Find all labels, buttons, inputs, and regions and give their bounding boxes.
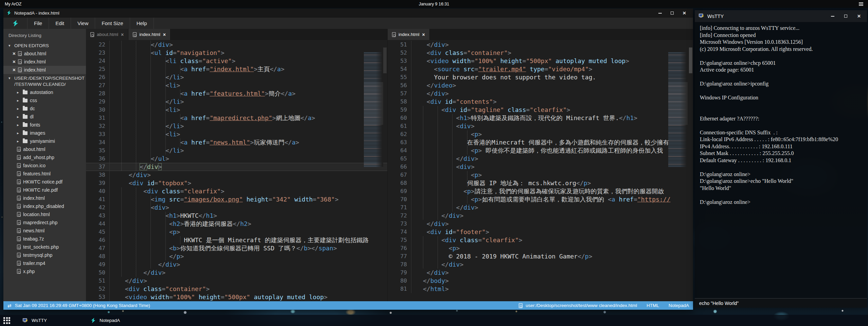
open-editor-item[interactable]: ×about.html	[3, 50, 86, 58]
code-line[interactable]: 47 <b>你知道我們全線伺服器已轉用 SSD 了嗎？</b></span>	[86, 244, 387, 252]
code-line[interactable]: 48 </p>	[86, 252, 387, 261]
sidebar-file-item[interactable]: mapredirect.php	[3, 218, 86, 227]
menu-help[interactable]: Help	[130, 18, 154, 29]
hamburger-menu-icon[interactable]	[859, 2, 863, 6]
minimap-slider[interactable]	[668, 82, 688, 125]
minimize-button[interactable]	[830, 14, 835, 18]
code-line[interactable]: 26 </li>	[86, 73, 387, 81]
open-editors-section[interactable]: ▾OPEN EDITORS	[3, 41, 86, 50]
sidebar-file-item[interactable]: index.html	[3, 194, 86, 202]
statusbar-language[interactable]: HTML	[646, 303, 659, 308]
close-icon[interactable]: ×	[422, 32, 425, 37]
code-line[interactable]: 60 <h1>特別為建築及鐵路而設，現代化的 Minecraft 世界.</h1…	[388, 114, 693, 122]
menu-font-size[interactable]: Font Size	[95, 18, 129, 29]
code-line[interactable]: 59 <div id="tagline" class="clearfix">	[388, 106, 693, 114]
code-line[interactable]: 68 伺服器 IP 地址為： mcs.hkwtc.org</p>	[388, 179, 693, 187]
maximize-button[interactable]	[670, 11, 674, 15]
code-editor[interactable]: 22 </div>23 <ul id="navigation">24 <li c…	[86, 40, 387, 301]
minimap[interactable]	[668, 52, 688, 167]
sidebar-folder-item[interactable]: ▸css	[3, 96, 86, 104]
code-line[interactable]: 46 HKWTC 是一個 Minecraft 的建築伺服器，主要建築計劃包括鐵路	[86, 236, 387, 244]
code-line[interactable]: 28 <a href="features.html">簡介</a>	[86, 90, 387, 98]
code-line[interactable]: 69 <p>請注意，我們的伺服器為確保玩家及遊玩時的質素，我們對的服器開啟	[388, 187, 693, 195]
code-line[interactable]: 23 <ul id="navigation">	[86, 49, 387, 57]
code-line[interactable]: 65 </div>	[388, 155, 693, 163]
notepada-titlebar[interactable]: NotepadA - index.html ×	[3, 8, 693, 18]
code-line[interactable]: 63 在香港的Minecraft 伺服器中，多為小遊戲和純生存的伺服器，較少擁有	[388, 138, 693, 147]
code-line[interactable]: 66 <div>	[388, 163, 693, 171]
code-line[interactable]: 41 <img src="images/box.png" height="342…	[86, 195, 387, 204]
terminal-input[interactable]: echo "Hello World"	[695, 298, 867, 308]
code-line[interactable]: 62 <p>	[388, 130, 693, 138]
code-line[interactable]: 77 © 2018 - 2019 HKWTC Animation Gamer</…	[388, 252, 693, 261]
sidebar-file-item[interactable]: about.html	[3, 145, 86, 153]
code-editor[interactable]: 51 </div>52 <div class="container">53 <v…	[388, 40, 693, 301]
sidebar-file-item[interactable]: location.html	[3, 210, 86, 218]
tab-index.html[interactable]: index.html×	[388, 29, 430, 40]
directory-root[interactable]: ▾USER:/DESKTOP/SCREENSHOT /TEST/WWW CLEA…	[3, 74, 86, 88]
code-line[interactable]: 33 <li>	[86, 130, 387, 138]
sidebar-folder-item[interactable]: ▸yamiyamimi	[3, 137, 86, 145]
sidebar-file-item[interactable]: trailer.mp4	[3, 259, 86, 267]
code-line[interactable]: 36 </ul>	[86, 155, 387, 163]
code-line[interactable]: 39 <div id="topbox">	[86, 179, 387, 187]
app-grid-icon[interactable]	[3, 317, 10, 324]
code-line[interactable]: 42 <div>	[86, 204, 387, 212]
code-line[interactable]: 58 <div id="contents">	[388, 98, 693, 106]
code-line[interactable]: 52 <div class="container">	[388, 49, 693, 57]
sidebar-folder-item[interactable]: ▸autostation	[3, 88, 86, 96]
code-line[interactable]: 80</body>	[388, 277, 693, 285]
code-line[interactable]: 40 <div class="clearfix">	[86, 187, 387, 195]
open-editor-item[interactable]: ×index.html	[3, 58, 86, 66]
code-line[interactable]: 54 <source src="trailer.mp4" type="video…	[388, 65, 693, 73]
minimize-button[interactable]	[658, 11, 662, 15]
code-line[interactable]: 74 <div id="footer">	[388, 228, 693, 236]
sidebar-folder-item[interactable]: ▸images	[3, 129, 86, 137]
sidebar-file-item[interactable]: HKWTC notice.pdf	[3, 178, 86, 186]
close-button[interactable]: ×	[682, 11, 687, 15]
scrollbar-thumb[interactable]	[689, 47, 692, 73]
sidebar-file-item[interactable]: HKWTC rule.pdf	[3, 186, 86, 194]
maximize-button[interactable]	[844, 14, 848, 18]
code-line[interactable]: 35 </li>	[86, 147, 387, 155]
sidebar-file-item[interactable]: features.html	[3, 170, 86, 178]
code-line[interactable]: 24 <li class="active">	[86, 57, 387, 65]
sidebar-folder-item[interactable]: ▸dc	[3, 104, 86, 113]
code-line[interactable]: 55 Your browser does not support the vid…	[388, 73, 693, 81]
terminal-output[interactable]: [info] Conencting to arozos WsTTY servic…	[695, 22, 867, 298]
code-line[interactable]: 76 <p>	[388, 244, 693, 252]
close-icon[interactable]: ×	[163, 32, 166, 37]
close-icon[interactable]: ×	[13, 51, 16, 56]
code-line[interactable]: 53 <video width="100%" height="500px" au…	[86, 293, 387, 301]
code-line[interactable]: 81</html>	[388, 285, 693, 293]
scrollbar-thumb[interactable]	[383, 47, 387, 73]
code-line[interactable]: 43 <h1>HKWTC</h1>	[86, 212, 387, 220]
aroz-start-menu[interactable]: My ArOZ	[5, 2, 21, 6]
sidebar-file-item[interactable]: favicon.ico	[3, 161, 86, 170]
code-line[interactable]: 61 <div>	[388, 122, 693, 130]
code-line[interactable]: 25 <a href="index.html">主頁</a>	[86, 65, 387, 73]
sidebar-file-item[interactable]: x.php	[3, 267, 86, 275]
close-icon[interactable]: ×	[13, 68, 16, 72]
code-line[interactable]: 22 </div>	[86, 41, 387, 49]
code-line[interactable]: 30 <li>	[86, 106, 387, 114]
sidebar-file-item[interactable]: news.html	[3, 227, 86, 235]
code-line[interactable]: 49 </div>	[86, 261, 387, 269]
code-line[interactable]: 31 <a href="mapredirect.php">網上地圖</a>	[86, 114, 387, 122]
code-line[interactable]: 56 </video>	[388, 81, 693, 90]
code-line[interactable]: 27 <li>	[86, 81, 387, 90]
code-line[interactable]: 51 </div>	[388, 41, 693, 49]
code-line[interactable]: 45 <p>	[86, 228, 387, 236]
code-line[interactable]: 50 </div>	[86, 269, 387, 277]
taskbar-item-notepada[interactable]: NotepadA	[90, 318, 158, 323]
code-line[interactable]: 52 <div class="container">	[86, 285, 387, 293]
close-icon[interactable]: ×	[13, 59, 16, 64]
code-line[interactable]: 51 </div>	[86, 277, 387, 285]
tab-about.html[interactable]: about.html×	[86, 29, 128, 40]
code-line[interactable]: 29 </li>	[86, 98, 387, 106]
code-line[interactable]: 32 </li>	[86, 122, 387, 130]
sidebar-file-item[interactable]: teabag.7z	[3, 235, 86, 243]
wstty-titlebar[interactable]: WsTTY ×	[695, 10, 867, 22]
sidebar-folder-item[interactable]: ▸dl	[3, 113, 86, 121]
code-line[interactable]: 70 <p>如有問題或需要申請白名單，歡迎加入我們的 <a href="http…	[388, 195, 693, 204]
